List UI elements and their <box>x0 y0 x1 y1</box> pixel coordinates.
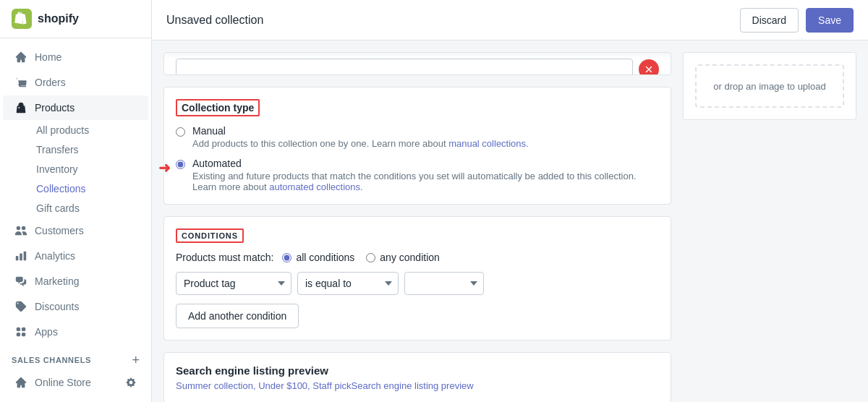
automated-option-content: Automated Existing and future products t… <box>192 158 659 192</box>
sidebar-item-transfers[interactable]: Transfers <box>30 140 151 159</box>
sidebar-item-inventory[interactable]: Inventory <box>30 160 151 179</box>
page-title: Unsaved collection <box>166 14 263 27</box>
add-condition-button[interactable]: Add another condition <box>176 304 299 328</box>
sidebar-item-apps[interactable]: Apps <box>3 320 148 344</box>
upload-area[interactable]: or drop an image to upload <box>695 64 844 108</box>
automated-label: Automated <box>192 158 659 169</box>
sales-channels-label: SALES CHANNELS <box>12 356 91 364</box>
condition-value-select[interactable] <box>404 272 484 295</box>
condition-operator-select[interactable]: is equal to is not equal to starts with … <box>297 272 399 295</box>
sidebar-section-sales-channels: SALES CHANNELS + <box>0 345 151 369</box>
sidebar-item-online-store-label: Online Store <box>35 377 91 388</box>
main-column: Collection type Manual Add products to t… <box>163 52 671 390</box>
sidebar-item-analytics[interactable]: Analytics <box>3 244 148 268</box>
online-store-icon <box>14 376 27 389</box>
collection-title-input[interactable] <box>176 59 633 75</box>
any-condition-radio[interactable] <box>366 253 375 262</box>
orders-icon <box>14 76 27 89</box>
collection-type-card: Collection type Manual Add products to t… <box>163 87 671 205</box>
collection-type-options: Manual Add products to this collection o… <box>176 125 659 192</box>
sidebar-item-home-label: Home <box>35 51 61 63</box>
sidebar-item-analytics-label: Analytics <box>35 250 75 262</box>
sidebar-item-gift-cards[interactable]: Gift cards <box>30 199 151 218</box>
upload-text: or drop an image to upload <box>713 81 825 92</box>
seo-card: Search engine listing preview Summer col… <box>163 352 671 402</box>
any-condition-label: any condition <box>380 252 440 263</box>
all-conditions-label: all conditions <box>296 252 354 263</box>
manual-label: Manual <box>192 125 529 137</box>
match-label: Products must match: <box>176 252 273 263</box>
topbar-actions: Discard Save <box>740 8 854 33</box>
collection-type-title: Collection type <box>176 99 260 116</box>
products-icon <box>14 101 27 114</box>
sidebar-item-all-products[interactable]: All products <box>30 121 151 140</box>
sidebar-item-marketing-label: Marketing <box>35 275 79 287</box>
sidebar-item-orders-label: Orders <box>35 77 66 88</box>
apps-icon <box>14 325 27 338</box>
marketing-icon <box>14 275 27 288</box>
add-sales-channel-button[interactable]: + <box>132 354 140 367</box>
sidebar-item-collections[interactable]: Collections <box>30 179 151 198</box>
sidebar-item-discounts-label: Discounts <box>35 301 79 312</box>
sidebar-nav: Home Orders Products All products Transf… <box>0 38 151 402</box>
seo-preview-link[interactable]: Summer collection, Under $100, Staff pic… <box>176 380 474 391</box>
clear-input-icon[interactable] <box>644 64 654 74</box>
all-conditions-option[interactable]: all conditions <box>282 252 354 263</box>
automated-radio[interactable] <box>176 160 185 169</box>
manual-radio[interactable] <box>176 127 185 137</box>
automated-collections-link[interactable]: automated collections. <box>269 181 362 192</box>
sidebar-item-discounts[interactable]: Discounts <box>3 294 148 319</box>
sidebar-logo-text: shopify <box>38 12 79 25</box>
match-row: Products must match: all conditions any … <box>176 252 659 263</box>
save-button[interactable]: Save <box>806 8 854 33</box>
sidebar-item-products[interactable]: Products <box>3 95 148 120</box>
condition-row-1: Product tag Product title Product type P… <box>176 272 659 295</box>
sidebar-item-home[interactable]: Home <box>3 45 148 69</box>
condition-field-select[interactable]: Product tag Product title Product type P… <box>176 272 292 295</box>
sidebar-item-products-label: Products <box>35 102 75 114</box>
any-condition-option[interactable]: any condition <box>366 252 440 263</box>
top-input-card <box>163 52 671 75</box>
sidebar-item-marketing[interactable]: Marketing <box>3 269 148 294</box>
shopify-logo-icon <box>12 9 32 29</box>
sidebar-item-customers[interactable]: Customers <box>3 218 148 243</box>
manual-collections-link[interactable]: manual collections. <box>448 138 529 149</box>
side-column: or drop an image to upload <box>683 52 856 390</box>
customers-icon <box>14 224 27 237</box>
arrow-icon: ➜ <box>158 159 171 176</box>
discard-button[interactable]: Discard <box>740 8 799 33</box>
analytics-icon <box>14 249 27 262</box>
content-area: Collection type Manual Add products to t… <box>152 40 868 402</box>
match-radio-group: all conditions any condition <box>282 252 439 263</box>
all-conditions-radio[interactable] <box>282 253 292 262</box>
manual-option-content: Manual Add products to this collection o… <box>192 125 529 149</box>
manual-desc: Add products to this collection one by o… <box>192 138 529 149</box>
conditions-card: CONDITIONS Products must match: all cond… <box>163 216 671 341</box>
conditions-title: CONDITIONS <box>176 228 244 243</box>
sidebar-sub-items: All products Transfers Inventory Collect… <box>0 121 151 218</box>
sidebar: shopify Home Orders Products All product… <box>0 0 152 402</box>
sidebar-logo: shopify <box>0 0 151 38</box>
home-icon <box>14 51 27 64</box>
sidebar-item-customers-label: Customers <box>35 225 84 236</box>
online-store-settings-icon[interactable] <box>125 377 137 388</box>
main-area: Unsaved collection Discard Save Collecti… <box>152 0 868 402</box>
topbar: Unsaved collection Discard Save <box>152 0 868 40</box>
manual-option: Manual Add products to this collection o… <box>176 125 659 149</box>
automated-desc: Existing and future products that match … <box>192 171 659 192</box>
image-upload-card: or drop an image to upload <box>683 52 856 120</box>
sidebar-item-orders[interactable]: Orders <box>3 70 148 95</box>
automated-option: ➜ Automated Existing and future products… <box>176 158 659 192</box>
seo-title: Search engine listing preview <box>176 364 659 377</box>
sidebar-item-apps-label: Apps <box>35 326 58 338</box>
discounts-icon <box>14 300 27 313</box>
sidebar-item-online-store[interactable]: Online Store <box>3 370 148 395</box>
